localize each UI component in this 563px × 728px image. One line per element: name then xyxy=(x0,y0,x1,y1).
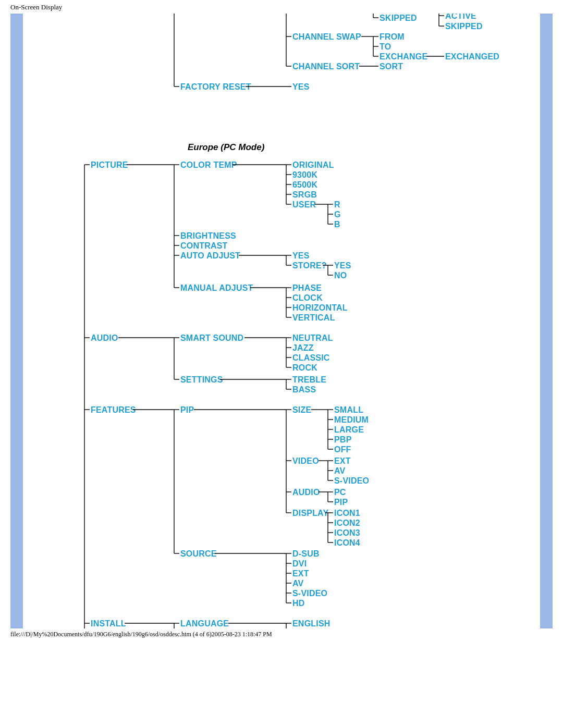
page-footer: file:///D|/My%20Documents/dfu/190G6/engl… xyxy=(0,628,563,638)
node-user-r: R xyxy=(334,200,340,209)
label-exchange: EXCHANGE xyxy=(380,52,427,61)
node-store-yes: YES xyxy=(334,261,351,270)
node-features: FEATURES xyxy=(91,405,136,414)
node-icon2: ICON2 xyxy=(334,519,360,527)
node-pip-audio: AUDIO xyxy=(292,488,320,497)
node-phase: PHASE xyxy=(292,283,322,292)
node-video-ext: EXT xyxy=(334,456,351,465)
node-smart-sound: SMART SOUND xyxy=(180,334,243,342)
node-pip-size: SIZE xyxy=(292,405,311,414)
node-6500k: 6500K xyxy=(292,180,317,189)
label-active: ACTIVE xyxy=(445,14,476,20)
node-size-pbp: PBP xyxy=(334,435,352,444)
node-contrast: CONTRAST xyxy=(180,241,228,250)
label-sort: SORT xyxy=(380,62,403,71)
node-bass: BASS xyxy=(292,385,316,394)
node-rock: ROCK xyxy=(292,363,317,372)
left-border-bar xyxy=(10,14,23,628)
node-pipaudio-pc: PC xyxy=(334,488,346,497)
node-hd: HD xyxy=(292,599,305,608)
node-brightness: BRIGHTNESS xyxy=(180,231,236,240)
right-border-bar xyxy=(540,14,553,628)
node-auto-adjust: AUTO ADJUST xyxy=(180,251,240,260)
label-exchanged: EXCHANGED xyxy=(445,52,499,61)
node-user-b: B xyxy=(334,220,340,229)
node-pip-video: VIDEO xyxy=(292,456,319,465)
node-video-svideo: S-VIDEO xyxy=(334,476,369,485)
node-video-av: AV xyxy=(334,466,346,475)
node-srgb: SRGB xyxy=(292,190,317,199)
node-audio: AUDIO xyxy=(91,334,118,342)
node-pipaudio-pip: PIP xyxy=(334,498,348,507)
node-jazz: JAZZ xyxy=(292,343,314,352)
node-neutral: NEUTRAL xyxy=(292,334,333,342)
osd-tree-diagram: SKIPPED ACTIVE SKIPPED CHANNEL SWAP FROM… xyxy=(23,14,540,628)
node-size-large: LARGE xyxy=(334,425,364,434)
node-horizontal: HORIZONTAL xyxy=(292,303,348,312)
label-to: TO xyxy=(380,42,391,51)
page-title: On-Screen Display xyxy=(0,0,563,11)
label-channel-swap: CHANNEL SWAP xyxy=(292,32,361,41)
node-install: INSTALL xyxy=(91,619,126,628)
node-icon1: ICON1 xyxy=(334,509,360,517)
node-pip: PIP xyxy=(180,405,194,414)
node-size-off: OFF xyxy=(334,445,351,454)
osd-tree-svg: SKIPPED ACTIVE SKIPPED CHANNEL SWAP FROM… xyxy=(23,14,540,628)
node-original: ORIGINAL xyxy=(292,161,334,169)
node-src-ext: EXT xyxy=(292,569,309,578)
node-store-no: NO xyxy=(334,271,347,280)
node-clock: CLOCK xyxy=(292,293,323,302)
node-dvi: DVI xyxy=(292,559,307,568)
node-store: STORE? xyxy=(292,261,327,270)
node-source: SOURCE xyxy=(180,549,217,558)
node-audio-settings: SETTINGS xyxy=(180,375,223,384)
node-icon3: ICON3 xyxy=(334,528,360,537)
node-src-svideo: S-VIDEO xyxy=(292,589,327,598)
node-manual-adjust: MANUAL ADJUST xyxy=(180,283,253,292)
node-english: ENGLISH xyxy=(292,619,331,628)
label-channel-sort: CHANNEL SORT xyxy=(292,62,360,71)
page-body: SKIPPED ACTIVE SKIPPED CHANNEL SWAP FROM… xyxy=(10,14,553,628)
node-classic: CLASSIC xyxy=(292,353,330,362)
node-color-temp: COLOR TEMP xyxy=(180,161,237,169)
node-size-small: SMALL xyxy=(334,405,363,414)
node-picture: PICTURE xyxy=(91,161,128,169)
node-user: USER xyxy=(292,200,316,209)
node-dsub: D-SUB xyxy=(292,549,320,558)
node-user-g: G xyxy=(334,210,341,219)
heading-europe-pc-mode: Europe (PC Mode) xyxy=(188,142,265,152)
node-icon4: ICON4 xyxy=(334,538,360,547)
node-auto-yes: YES xyxy=(292,251,310,260)
node-src-av: AV xyxy=(292,579,304,588)
label-skipped-2: SKIPPED xyxy=(445,22,483,31)
label-skipped-top: SKIPPED xyxy=(380,14,417,22)
label-from: FROM xyxy=(380,32,405,41)
label-factory-reset-yes: YES xyxy=(292,82,310,91)
node-size-medium: MEDIUM xyxy=(334,415,369,424)
label-factory-reset: FACTORY RESET xyxy=(180,82,251,91)
node-9300k: 9300K xyxy=(292,170,317,179)
node-treble: TREBLE xyxy=(292,375,326,384)
node-vertical: VERTICAL xyxy=(292,313,335,322)
node-pip-display: DISPLAY xyxy=(292,509,328,517)
node-language: LANGUAGE xyxy=(180,619,229,628)
